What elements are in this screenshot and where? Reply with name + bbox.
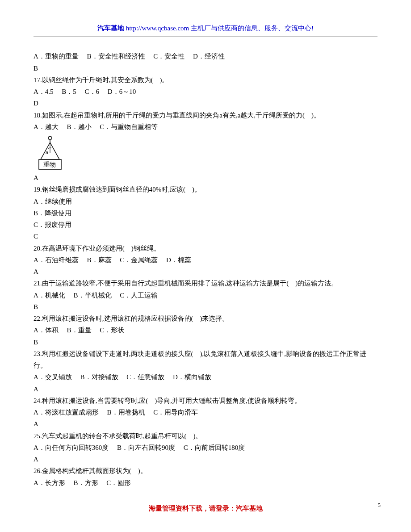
q16-answer: B <box>34 63 377 74</box>
q26-text: 26.金属格构式桅杆其截面形状为( )。 <box>34 465 377 477</box>
site-name: 汽车基地 <box>97 25 124 32</box>
alpha-label: a <box>46 149 48 155</box>
weight-label: 重物 <box>43 161 56 168</box>
q23-answer: A <box>34 383 377 395</box>
q25-options: A．向任何方向回转360度 B．向左右回转90度 C．向前后回转180度 <box>34 442 377 453</box>
q19-text: 19.钢丝绳磨损或腐蚀达到面钢丝直径的40%时,应该( )。 <box>34 184 377 195</box>
q22-text: 22.利用滚杠搬运设备时,选用滚杠的规格应根据设备的( )来选择。 <box>34 313 377 324</box>
q18-answer: A <box>34 172 377 184</box>
q16-options: A．重物的重量 B．安全性和经济性 C．安全性 D．经济性 <box>34 50 377 62</box>
q18-diagram: a 重物 <box>37 135 63 170</box>
page-footer: 海量管理资料下载，请登录：汽车基地 <box>0 503 411 514</box>
q21-options: A．机械化 B．半机械化 C．人工运输 <box>34 289 377 301</box>
q18-options: A．越大 B．越小 C．与重物自重相等 <box>34 121 377 133</box>
q25-answer: A <box>34 453 377 465</box>
q23-options: A．交叉铺放 B．对接铺放 C．任意铺放 D．横向铺放 <box>34 371 377 383</box>
q20-text: 20.在高温环境下作业必须选用( )钢丝绳。 <box>34 243 377 254</box>
q19-option-a: A．继续使用 <box>34 196 377 207</box>
q20-answer: A <box>34 266 377 277</box>
page: 汽车基地 http://www.qcbase.com 主机厂与供应商的信息、服务… <box>0 0 411 532</box>
q19-option-b: B．降级使用 <box>34 207 377 219</box>
footer-text: 海量管理资料下载，请登录：汽车基地 <box>149 504 263 512</box>
q19-option-c: C．报废停用 <box>34 219 377 230</box>
q17-text: 17.以钢丝绳作为千斤绳时,其安全系数为( )。 <box>34 74 377 86</box>
q19-answer: C <box>34 230 377 242</box>
page-number: 5 <box>378 500 381 511</box>
q26-options: A．长方形 B．方形 C．圆形 <box>34 477 377 489</box>
q20-options: A．石油纤维蕊 B．麻蕊 C．金属绳蕊 D．棉蕊 <box>34 254 377 266</box>
q23-text: 23.利用杠搬运设备铺设下走道时,两块走道板的接头应( ),以免滚杠落入道板接头… <box>34 348 377 372</box>
hoist-diagram-icon: a 重物 <box>37 135 63 170</box>
svg-point-0 <box>48 136 52 140</box>
site-url: http://www.qcbase.com <box>126 25 189 32</box>
q21-text: 21.由于运输道路较窄,不便于采用自行式起重机械而采用排子运输,这种运输方法是属… <box>34 277 377 289</box>
page-header: 汽车基地 http://www.qcbase.com 主机厂与供应商的信息、服务… <box>34 22 377 37</box>
content-body: A．重物的重量 B．安全性和经济性 C．安全性 D．经济性 B 17.以钢丝绳作… <box>34 50 377 489</box>
q22-options: A．体积 B．重量 C．形状 <box>34 324 377 336</box>
q24-text: 24.种用滚杠搬运设备,当需要转弯时,应( )导向,并可用大锤敲击调整角度,使设… <box>34 395 377 406</box>
q24-answer: A <box>34 418 377 430</box>
q17-answer: D <box>34 97 377 109</box>
q18-text: 18.如图示,在起吊重物时,所用的千斤绳的受力与垂直线间的夹角a有关,a越大,千… <box>34 109 377 121</box>
site-desc: 主机厂与供应商的信息、服务、交流中心! <box>191 25 314 32</box>
q17-options: A．4.5 B．5 C．6 D．6～10 <box>34 86 377 97</box>
q22-answer: B <box>34 336 377 348</box>
q21-answer: B <box>34 301 377 313</box>
q24-options: A．将滚杠放置成扇形 B．用卷扬机 C．用导向滑车 <box>34 406 377 418</box>
q25-text: 25.汽车式起重机的转台不承受载荷时,起重吊杆可以( )。 <box>34 430 377 442</box>
